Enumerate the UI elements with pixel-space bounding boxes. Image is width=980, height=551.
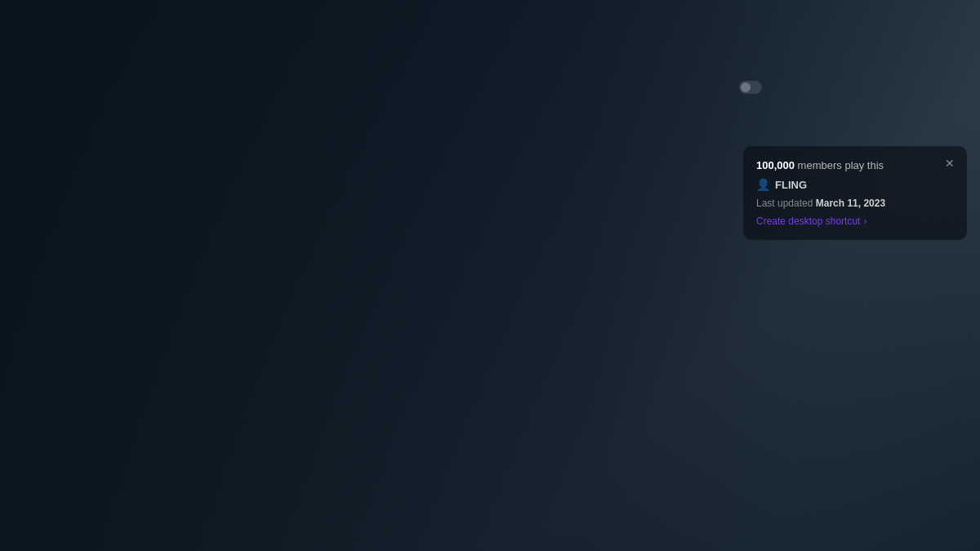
last-updated-date: March 11, 2023 xyxy=(816,198,885,209)
info-updated-text: Last updated March 11, 2023 xyxy=(756,198,954,209)
author-name: FLING xyxy=(775,179,807,191)
app-container: W 🔍 Home My games Explore Creators W WeM… xyxy=(0,0,980,551)
info-panel-close-button[interactable]: ✕ xyxy=(941,154,959,172)
author-person-icon: 👤 xyxy=(756,178,770,191)
info-members-text: 100,000 members play this xyxy=(756,159,954,171)
info-author-row: 👤 FLING xyxy=(756,178,954,191)
last-updated-label: Last updated xyxy=(756,198,813,209)
create-shortcut-label: Create desktop shortcut xyxy=(756,216,860,227)
create-shortcut-arrow: › xyxy=(863,216,866,227)
info-card: ✕ 100,000 members play this 👤 FLING Last… xyxy=(743,146,967,240)
save-mods-toggle[interactable] xyxy=(739,81,762,94)
info-panel: ✕ 100,000 members play this 👤 FLING Last… xyxy=(743,146,980,551)
members-suffix: members play this xyxy=(795,159,884,171)
create-desktop-shortcut-button[interactable]: Create desktop shortcut › xyxy=(756,216,954,227)
members-count: 100,000 xyxy=(756,159,795,171)
